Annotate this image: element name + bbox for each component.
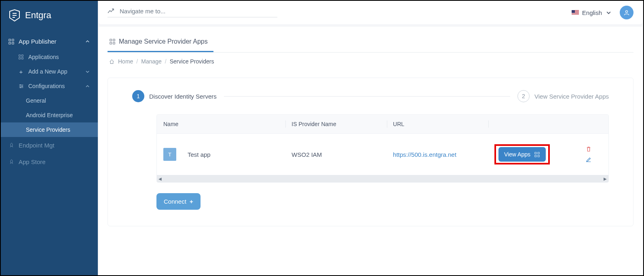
nav-label: General — [26, 97, 46, 104]
chevron-down-icon — [605, 9, 612, 16]
step-1[interactable]: 1 Discover Identity Servers — [132, 90, 217, 102]
highlight-box: View Apps — [494, 144, 550, 164]
nav-section-app-publisher[interactable]: App Publisher — [1, 33, 98, 50]
svg-rect-5 — [22, 55, 23, 57]
svg-point-9 — [21, 86, 22, 86]
svg-rect-16 — [534, 152, 536, 154]
nav-sub-service-providers[interactable]: Service Providers — [1, 122, 98, 137]
nav-sub-android-enterprise[interactable]: Android Enterprise — [1, 108, 98, 122]
svg-point-8 — [19, 84, 20, 85]
wizard-card: 1 Discover Identity Servers 2 View Servi… — [108, 78, 633, 226]
breadcrumb-manage[interactable]: Manage — [141, 58, 162, 65]
trend-icon — [108, 8, 114, 15]
td-actions: View Apps — [494, 144, 575, 164]
nav: App Publisher Applications + Add a New A… — [1, 30, 98, 170]
step-label: Discover Identity Servers — [149, 93, 217, 100]
brand-icon — [8, 9, 21, 22]
tab-manage-sp-apps[interactable]: Manage Service Provider Apps — [108, 34, 213, 52]
language-label: English — [582, 9, 602, 16]
breadcrumb-home[interactable]: Home — [118, 58, 133, 65]
nav-item-applications[interactable]: Applications — [1, 50, 98, 64]
step-number: 1 — [132, 90, 144, 102]
cell-url-link[interactable]: https://500.is.entgra.net — [393, 151, 456, 158]
step-label: View Service Provider Apps — [534, 93, 609, 100]
edit-icon[interactable] — [585, 156, 592, 163]
sidebar: Entgra App Publisher Applications + Add … — [1, 1, 98, 275]
breadcrumb: Home / Manage / Service Providers — [108, 53, 633, 70]
home-icon — [108, 58, 115, 65]
col-divider — [387, 120, 387, 128]
nav-label: App Store — [19, 158, 46, 165]
step-2[interactable]: 2 View Service Provider Apps — [517, 90, 609, 102]
view-apps-button[interactable]: View Apps — [498, 147, 546, 162]
brand-name: Entgra — [25, 10, 51, 21]
nav-item-configurations[interactable]: Configurations — [1, 79, 98, 93]
delete-icon[interactable] — [585, 146, 592, 152]
grid-icon — [109, 38, 116, 45]
svg-rect-12 — [110, 39, 112, 41]
table-row: T Test app WSO2 IAM https://500.is.entgr… — [157, 134, 608, 175]
breadcrumb-current: Service Providers — [170, 58, 214, 65]
chevron-up-icon — [84, 38, 91, 45]
th-actions — [494, 120, 575, 128]
svg-rect-14 — [110, 42, 112, 44]
td-rowactions — [575, 146, 602, 163]
svg-rect-3 — [12, 42, 14, 44]
nav-section-endpoint-mgt[interactable]: Endpoint Mgt — [1, 137, 98, 154]
col-divider — [488, 120, 489, 128]
td-provider: WSO2 IAM — [291, 151, 381, 158]
svg-rect-2 — [9, 42, 11, 44]
svg-rect-17 — [538, 152, 539, 154]
scroll-right-icon[interactable]: ▶ — [603, 177, 608, 181]
rocket-icon — [8, 142, 15, 149]
svg-rect-1 — [12, 39, 14, 40]
view-apps-label: View Apps — [504, 151, 530, 158]
th-name: Name — [163, 120, 280, 128]
svg-rect-18 — [534, 155, 536, 157]
navigate-placeholder: Navigate me to... — [120, 8, 165, 15]
td-url: https://500.is.entgra.net — [393, 151, 483, 158]
scroll-left-icon[interactable]: ◀ — [158, 177, 163, 181]
nav-label: Configurations — [28, 83, 65, 89]
cell-provider: WSO2 IAM — [291, 151, 322, 158]
nav-sub-general[interactable]: General — [1, 93, 98, 108]
servers-table: Name IS Provider Name URL T Test app WSO — [156, 114, 609, 183]
topbar: Navigate me to... English — [99, 1, 642, 24]
navigate-search[interactable]: Navigate me to... — [108, 8, 277, 17]
nav-label: Service Providers — [26, 126, 70, 133]
svg-rect-13 — [113, 39, 115, 41]
plus-icon: + — [18, 68, 24, 75]
nav-label: Add a New App — [28, 68, 68, 75]
horizontal-scrollbar[interactable]: ◀ ▶ — [157, 175, 608, 182]
svg-rect-15 — [113, 42, 115, 44]
tab-label: Manage Service Provider Apps — [119, 38, 208, 45]
svg-rect-19 — [538, 155, 539, 157]
svg-rect-6 — [19, 58, 21, 59]
step-divider — [224, 96, 510, 97]
grid-icon — [534, 151, 540, 158]
language-switcher[interactable]: English — [572, 9, 612, 16]
grid-icon — [18, 54, 24, 60]
main: Navigate me to... English Manage Service… — [98, 1, 643, 275]
table-header: Name IS Provider Name URL — [157, 115, 608, 134]
svg-rect-4 — [19, 55, 21, 57]
breadcrumb-separator: / — [136, 58, 138, 65]
app-badge: T — [163, 148, 176, 161]
svg-rect-0 — [9, 39, 11, 40]
nav-label: Applications — [28, 54, 59, 60]
cell-name: Test app — [188, 151, 211, 158]
nav-item-add-new-app[interactable]: + Add a New App — [1, 64, 98, 79]
wizard-steps: 1 Discover Identity Servers 2 View Servi… — [132, 90, 609, 102]
user-avatar[interactable] — [620, 6, 633, 19]
col-divider — [285, 120, 286, 128]
connect-button[interactable]: Connect + — [156, 193, 201, 210]
td-name: T Test app — [163, 148, 280, 161]
brand-logo: Entgra — [1, 1, 98, 30]
nav-label: App Publisher — [19, 38, 56, 45]
flag-us-icon — [572, 10, 579, 15]
topbar-right: English — [572, 6, 633, 19]
nav-section-app-store[interactable]: App Store — [1, 154, 98, 170]
th-provider: IS Provider Name — [291, 120, 381, 128]
step-number: 2 — [517, 90, 530, 102]
th-url: URL — [393, 120, 483, 128]
